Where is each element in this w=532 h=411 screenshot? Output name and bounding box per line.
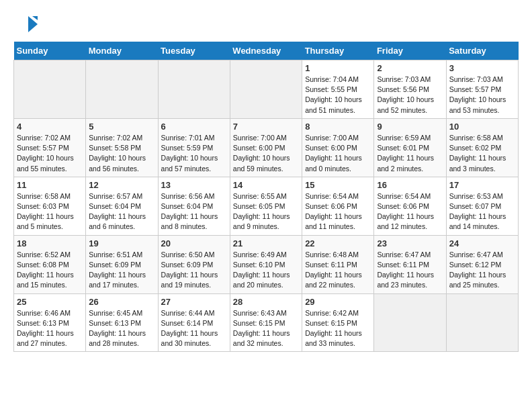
day-number: 4 <box>17 122 83 132</box>
day-number: 16 <box>377 180 443 190</box>
calendar-cell: 6Sunrise: 7:01 AM Sunset: 5:59 PM Daylig… <box>158 118 230 177</box>
day-number: 1 <box>305 63 371 73</box>
cell-info: Sunrise: 7:02 AM Sunset: 5:58 PM Dayligh… <box>89 133 154 174</box>
logo-icon <box>13 13 38 35</box>
calendar-cell: 1Sunrise: 7:04 AM Sunset: 5:55 PM Daylig… <box>302 60 374 119</box>
cell-info: Sunrise: 6:52 AM Sunset: 6:08 PM Dayligh… <box>17 250 83 291</box>
cell-info: Sunrise: 6:47 AM Sunset: 6:12 PM Dayligh… <box>449 250 515 291</box>
calendar-cell: 9Sunrise: 6:59 AM Sunset: 6:01 PM Daylig… <box>374 118 446 177</box>
cell-info: Sunrise: 6:50 AM Sunset: 6:09 PM Dayligh… <box>161 250 227 291</box>
day-number: 2 <box>377 63 443 73</box>
calendar-cell <box>374 293 446 352</box>
day-number: 5 <box>89 122 154 132</box>
calendar-cell <box>14 60 86 119</box>
weekday-header: Sunday <box>14 42 86 60</box>
cell-info: Sunrise: 7:03 AM Sunset: 5:56 PM Dayligh… <box>377 75 443 116</box>
calendar-cell: 13Sunrise: 6:56 AM Sunset: 6:04 PM Dayli… <box>158 177 230 235</box>
calendar-cell: 16Sunrise: 6:54 AM Sunset: 6:06 PM Dayli… <box>374 177 446 235</box>
cell-info: Sunrise: 6:57 AM Sunset: 6:04 PM Dayligh… <box>89 191 154 232</box>
cell-info: Sunrise: 6:58 AM Sunset: 6:03 PM Dayligh… <box>17 191 83 232</box>
day-number: 9 <box>377 122 443 132</box>
calendar-cell <box>446 293 518 352</box>
day-number: 23 <box>377 238 443 248</box>
day-number: 22 <box>305 238 371 248</box>
cell-info: Sunrise: 6:56 AM Sunset: 6:04 PM Dayligh… <box>161 191 227 232</box>
day-number: 29 <box>305 297 371 307</box>
cell-info: Sunrise: 7:01 AM Sunset: 5:59 PM Dayligh… <box>161 133 227 174</box>
calendar-cell: 19Sunrise: 6:51 AM Sunset: 6:09 PM Dayli… <box>86 235 158 293</box>
calendar-cell: 12Sunrise: 6:57 AM Sunset: 6:04 PM Dayli… <box>86 177 158 235</box>
calendar-week-row: 18Sunrise: 6:52 AM Sunset: 6:08 PM Dayli… <box>14 235 519 293</box>
day-number: 15 <box>305 180 371 190</box>
logo <box>13 13 40 35</box>
calendar-cell: 25Sunrise: 6:46 AM Sunset: 6:13 PM Dayli… <box>14 293 86 352</box>
weekday-header: Monday <box>86 42 158 60</box>
calendar-cell <box>230 60 302 119</box>
day-number: 13 <box>161 180 227 190</box>
calendar-cell: 4Sunrise: 7:02 AM Sunset: 5:57 PM Daylig… <box>14 118 86 177</box>
cell-info: Sunrise: 6:54 AM Sunset: 6:06 PM Dayligh… <box>305 191 371 232</box>
cell-info: Sunrise: 6:55 AM Sunset: 6:05 PM Dayligh… <box>233 191 299 232</box>
cell-info: Sunrise: 6:44 AM Sunset: 6:14 PM Dayligh… <box>161 308 227 349</box>
calendar-cell: 18Sunrise: 6:52 AM Sunset: 6:08 PM Dayli… <box>14 235 86 293</box>
cell-info: Sunrise: 7:02 AM Sunset: 5:57 PM Dayligh… <box>17 133 83 174</box>
cell-info: Sunrise: 6:59 AM Sunset: 6:01 PM Dayligh… <box>377 133 443 174</box>
day-number: 8 <box>305 122 371 132</box>
cell-info: Sunrise: 7:00 AM Sunset: 6:00 PM Dayligh… <box>305 133 371 174</box>
day-number: 21 <box>233 238 299 248</box>
day-number: 3 <box>449 63 515 73</box>
day-number: 19 <box>89 238 154 248</box>
day-number: 24 <box>449 238 515 248</box>
calendar-table: SundayMondayTuesdayWednesdayThursdayFrid… <box>13 42 519 352</box>
day-number: 20 <box>161 238 227 248</box>
day-number: 6 <box>161 122 227 132</box>
cell-info: Sunrise: 7:04 AM Sunset: 5:55 PM Dayligh… <box>305 75 371 116</box>
calendar-cell: 21Sunrise: 6:49 AM Sunset: 6:10 PM Dayli… <box>230 235 302 293</box>
calendar-cell: 10Sunrise: 6:58 AM Sunset: 6:02 PM Dayli… <box>446 118 518 177</box>
cell-info: Sunrise: 6:58 AM Sunset: 6:02 PM Dayligh… <box>449 133 515 174</box>
cell-info: Sunrise: 6:42 AM Sunset: 6:15 PM Dayligh… <box>305 308 371 349</box>
cell-info: Sunrise: 7:00 AM Sunset: 6:00 PM Dayligh… <box>233 133 299 174</box>
cell-info: Sunrise: 7:03 AM Sunset: 5:57 PM Dayligh… <box>449 75 515 116</box>
calendar-header: SundayMondayTuesdayWednesdayThursdayFrid… <box>14 42 519 60</box>
day-number: 11 <box>17 180 83 190</box>
day-number: 12 <box>89 180 154 190</box>
calendar-cell: 11Sunrise: 6:58 AM Sunset: 6:03 PM Dayli… <box>14 177 86 235</box>
day-number: 18 <box>17 238 83 248</box>
cell-info: Sunrise: 6:51 AM Sunset: 6:09 PM Dayligh… <box>89 250 154 291</box>
day-number: 7 <box>233 122 299 132</box>
weekday-header: Tuesday <box>158 42 230 60</box>
calendar-cell: 20Sunrise: 6:50 AM Sunset: 6:09 PM Dayli… <box>158 235 230 293</box>
cell-info: Sunrise: 6:47 AM Sunset: 6:11 PM Dayligh… <box>377 250 443 291</box>
day-number: 28 <box>233 297 299 307</box>
calendar-cell: 5Sunrise: 7:02 AM Sunset: 5:58 PM Daylig… <box>86 118 158 177</box>
calendar-cell: 3Sunrise: 7:03 AM Sunset: 5:57 PM Daylig… <box>446 60 518 119</box>
calendar-cell: 26Sunrise: 6:45 AM Sunset: 6:13 PM Dayli… <box>86 293 158 352</box>
calendar-cell: 22Sunrise: 6:48 AM Sunset: 6:11 PM Dayli… <box>302 235 374 293</box>
day-number: 14 <box>233 180 299 190</box>
calendar-cell: 2Sunrise: 7:03 AM Sunset: 5:56 PM Daylig… <box>374 60 446 119</box>
weekday-header: Thursday <box>302 42 374 60</box>
calendar-cell: 8Sunrise: 7:00 AM Sunset: 6:00 PM Daylig… <box>302 118 374 177</box>
header <box>13 13 519 35</box>
day-number: 26 <box>89 297 154 307</box>
calendar-cell: 24Sunrise: 6:47 AM Sunset: 6:12 PM Dayli… <box>446 235 518 293</box>
day-number: 27 <box>161 297 227 307</box>
calendar-cell: 15Sunrise: 6:54 AM Sunset: 6:06 PM Dayli… <box>302 177 374 235</box>
weekday-header: Saturday <box>446 42 518 60</box>
calendar-week-row: 11Sunrise: 6:58 AM Sunset: 6:03 PM Dayli… <box>14 177 519 235</box>
weekday-header: Wednesday <box>230 42 302 60</box>
cell-info: Sunrise: 6:54 AM Sunset: 6:06 PM Dayligh… <box>377 191 443 232</box>
calendar-cell: 23Sunrise: 6:47 AM Sunset: 6:11 PM Dayli… <box>374 235 446 293</box>
calendar-cell: 17Sunrise: 6:53 AM Sunset: 6:07 PM Dayli… <box>446 177 518 235</box>
calendar-week-row: 4Sunrise: 7:02 AM Sunset: 5:57 PM Daylig… <box>14 118 519 177</box>
calendar-cell: 29Sunrise: 6:42 AM Sunset: 6:15 PM Dayli… <box>302 293 374 352</box>
weekday-header: Friday <box>374 42 446 60</box>
cell-info: Sunrise: 6:46 AM Sunset: 6:13 PM Dayligh… <box>17 308 83 349</box>
cell-info: Sunrise: 6:53 AM Sunset: 6:07 PM Dayligh… <box>449 191 515 232</box>
day-number: 10 <box>449 122 515 132</box>
day-number: 25 <box>17 297 83 307</box>
cell-info: Sunrise: 6:43 AM Sunset: 6:15 PM Dayligh… <box>233 308 299 349</box>
calendar-cell: 7Sunrise: 7:00 AM Sunset: 6:00 PM Daylig… <box>230 118 302 177</box>
cell-info: Sunrise: 6:45 AM Sunset: 6:13 PM Dayligh… <box>89 308 154 349</box>
